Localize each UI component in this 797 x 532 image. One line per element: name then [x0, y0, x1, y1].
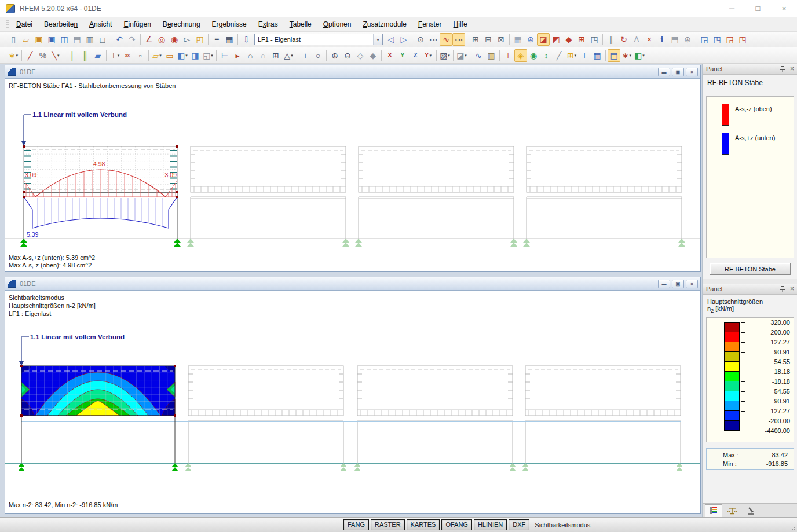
redo-button[interactable]: ↷ [126, 33, 138, 46]
close-icon[interactable]: × [790, 65, 794, 72]
load-case-combobox[interactable]: LF1 - Eigenlast ▾ [254, 34, 383, 45]
show-result-values-button[interactable]: x.xx [452, 33, 465, 46]
close-button[interactable]: × [686, 280, 698, 288]
tab-filter[interactable] [742, 504, 759, 517]
member-diagrams-button[interactable]: ∿ [472, 49, 485, 62]
divide-line-button[interactable]: % [36, 49, 49, 62]
new-window-button[interactable]: ◰ [193, 33, 206, 46]
generate-grid-button[interactable]: ⊞ [269, 49, 282, 62]
viewport-2-canvas[interactable]: 1.1 Linear mit vollem Verbund Sichtbarke… [5, 291, 700, 513]
mirror-model-button[interactable]: Λ [630, 33, 643, 46]
view-in-x-button[interactable]: X [383, 49, 396, 62]
new-solid-button[interactable]: ◧▾ [176, 49, 189, 62]
new-section-button[interactable]: ⊥ [578, 49, 591, 62]
export-graphic-2-button[interactable]: ◳ [736, 33, 749, 46]
menu-extras[interactable]: Extras [253, 17, 284, 31]
cut-section-button[interactable]: ∥ [605, 33, 617, 46]
generate-model-button[interactable]: ▸ [231, 49, 244, 62]
status-toggle-fang[interactable]: FANG [343, 519, 369, 530]
display-settings-button[interactable]: ∗▾ [620, 49, 633, 62]
section-vertical-button[interactable]: ◩ [550, 33, 562, 46]
viewport-2-titlebar[interactable]: 01DE ▬▣× [5, 277, 700, 291]
graphic-printout-button[interactable]: ⊟ [482, 33, 495, 46]
color-scale-button[interactable]: ◧▾ [633, 49, 646, 62]
results-on-surfaces-button[interactable]: ◉ [527, 49, 540, 62]
pin-icon[interactable] [780, 286, 785, 292]
measure-button[interactable]: ∠ [142, 33, 155, 46]
menu-optionen[interactable]: Optionen [317, 17, 357, 31]
shrink-members-button[interactable]: ↕ [540, 49, 553, 62]
combobox-dropdown-icon[interactable]: ▾ [373, 34, 382, 45]
open-project-button[interactable]: ▣ [32, 33, 45, 46]
view-in-minus-y-button[interactable]: Y▾ [422, 49, 434, 62]
menu-datei[interactable]: Datei [10, 17, 38, 31]
generate-roof-dropdown[interactable]: ▾ [291, 53, 293, 58]
section-horizontal-button[interactable]: ◆ [562, 33, 575, 46]
show-loads-button[interactable]: ⊙ [414, 33, 427, 46]
tab-factors[interactable] [723, 504, 741, 517]
panel-b-header[interactable]: Panel × [703, 284, 797, 295]
show-results-button[interactable]: ∿ [440, 33, 452, 46]
isometric-view-button[interactable]: ◇ [354, 49, 367, 62]
new-node-button[interactable]: ∗▾ [7, 49, 20, 62]
window-layout-button[interactable]: ⊞▾ [565, 49, 578, 62]
work-plane-dropdown[interactable]: ▾ [448, 53, 450, 58]
tables-button[interactable]: ≡ [210, 33, 223, 46]
menu-ansicht[interactable]: Ansicht [83, 17, 118, 31]
minimize-button[interactable]: ▬ [658, 68, 670, 76]
pin-icon[interactable] [780, 66, 785, 72]
save-all-button[interactable]: ▣ [45, 33, 58, 46]
result-tables-button[interactable]: ▦ [591, 49, 604, 62]
model-info-button[interactable]: ℹ [656, 33, 668, 46]
window-layout-dropdown[interactable]: ▾ [575, 53, 577, 58]
status-toggle-kartes[interactable]: KARTES [407, 519, 440, 530]
section-grid-button[interactable]: ⊞ [575, 33, 588, 46]
new-support-button[interactable]: ⊥▾ [108, 49, 121, 62]
new-model-button[interactable]: ▯ [7, 33, 20, 46]
color-scale-dropdown[interactable]: ▾ [642, 53, 645, 58]
table-grid-button[interactable]: ▦ [223, 33, 236, 46]
import-graphic-2-button[interactable]: ◳ [711, 33, 723, 46]
new-polyline-dropdown[interactable]: ▾ [57, 53, 60, 58]
new-solid-node-button[interactable]: ◨ [189, 49, 202, 62]
close-icon[interactable]: × [790, 285, 794, 292]
special-selection-button[interactable]: + [299, 49, 312, 62]
open-model-button[interactable]: ▱ [20, 33, 32, 46]
clipping-plane-button[interactable]: ◳ [588, 33, 601, 46]
load-case-button[interactable]: ⇩ [240, 33, 253, 46]
smooth-results-button[interactable]: ╱ [553, 49, 565, 62]
copy-objects-dropdown[interactable]: ▾ [211, 53, 213, 58]
new-member-button[interactable]: │ [66, 49, 79, 62]
status-toggle-hlinien[interactable]: HLINIEN [474, 519, 507, 530]
restore-button[interactable]: ▣ [672, 68, 684, 76]
new-polyline-button[interactable]: ╲▾ [49, 49, 62, 62]
restore-button[interactable]: ▣ [672, 280, 684, 288]
show-load-values-button[interactable]: x.xx [427, 33, 440, 46]
new-line-button[interactable]: ╱ [24, 49, 36, 62]
menu-bearbeiten[interactable]: Bearbeiten [38, 17, 83, 31]
printout-report-button[interactable]: ▥ [485, 49, 498, 62]
generate-frame-3d-button[interactable]: ⌂ [257, 49, 269, 62]
new-surface-button[interactable]: ▰ [92, 49, 104, 62]
section-active-button[interactable]: ◪ [537, 33, 550, 46]
program-options-button[interactable]: ⊛ [681, 33, 694, 46]
status-toggle-raster[interactable]: RASTER [371, 519, 405, 530]
export-graphic-1-button[interactable]: ◲ [723, 33, 736, 46]
prev-load-case-button[interactable]: ◁ [385, 33, 397, 46]
panel-toggle-button[interactable]: ▤ [608, 49, 620, 62]
menu-zusatzmodule[interactable]: Zusatzmodule [357, 17, 412, 31]
undo-button[interactable]: ↶ [113, 33, 126, 46]
previous-view-button[interactable]: ◆ [367, 49, 379, 62]
zoom-out-button[interactable]: ⊖ [341, 49, 354, 62]
tab-color-scale[interactable] [705, 504, 722, 517]
print-button[interactable]: ▥ [83, 33, 96, 46]
work-plane-button[interactable]: ▨▾ [438, 49, 451, 62]
axes-display-button[interactable]: ⊥ [502, 49, 514, 62]
maximize-button[interactable]: □ [745, 0, 771, 17]
menu-berechnung[interactable]: Berechnung [157, 17, 206, 31]
next-load-case-button[interactable]: ▷ [397, 33, 410, 46]
minimize-button[interactable]: ▬ [658, 280, 670, 288]
viewport-1-titlebar[interactable]: 01DE ▬▣× [5, 65, 700, 79]
display-settings-dropdown[interactable]: ▾ [630, 53, 632, 58]
status-toggle-dxf[interactable]: DXF [509, 519, 529, 530]
